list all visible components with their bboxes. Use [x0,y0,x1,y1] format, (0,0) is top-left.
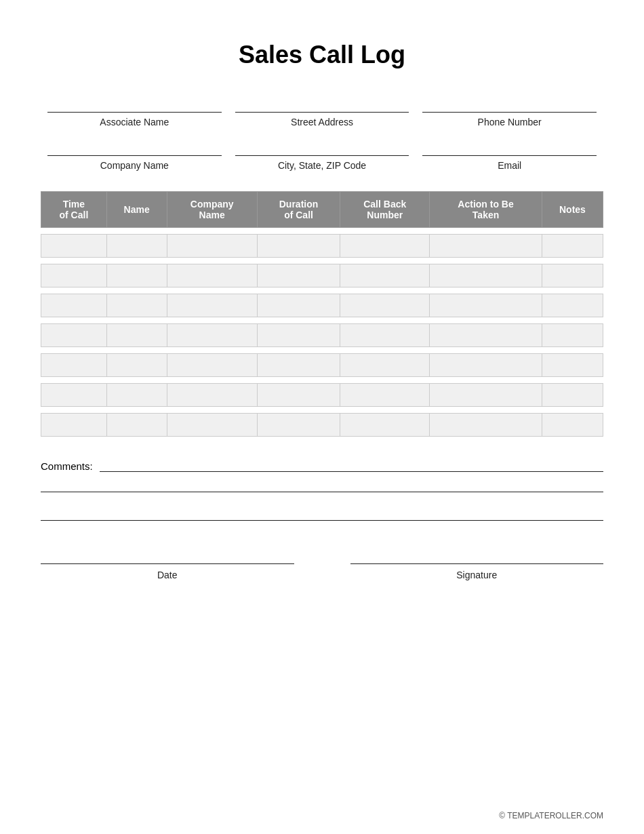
comments-underline [100,457,603,472]
table-cell [106,235,167,258]
date-field: Date [41,548,294,580]
associate-name-label: Associate Name [100,117,169,127]
table-cell [542,264,603,287]
table-row [41,294,603,317]
table-row [41,264,603,287]
log-table: Time of Call Name Company Name Duration … [41,191,603,437]
table-cell [167,354,257,377]
footer-copyright: © TEMPLATEROLLER.COM [499,811,603,820]
table-cell [340,324,430,347]
table-cell [430,324,542,347]
form-row-1: Associate Name Street Address Phone Numb… [41,96,603,127]
phone-number-field: Phone Number [416,96,603,127]
date-line [41,548,294,564]
table-cell [257,324,340,347]
footer: © TEMPLATEROLLER.COM [499,811,603,820]
table-cell [167,294,257,317]
table-cell [167,264,257,287]
associate-name-line [47,96,222,113]
table-cell [41,324,107,347]
table-cell [542,384,603,407]
signature-section: Date Signature [41,548,603,580]
phone-number-line [422,96,597,113]
page: Sales Call Log Associate Name Street Add… [0,0,644,834]
table-cell [430,264,542,287]
table-cell [257,264,340,287]
table-cell [41,354,107,377]
table-cell [340,414,430,437]
table-cell [167,414,257,437]
company-name-line [47,140,222,156]
table-row [41,384,603,407]
table-cell [106,324,167,347]
table-cell [257,235,340,258]
email-label: Email [498,160,521,171]
email-line [422,140,597,156]
table-cell [106,384,167,407]
table-cell [340,384,430,407]
table-cell [41,294,107,317]
extra-line-1 [41,477,603,492]
email-field: Email [416,140,603,171]
col-call-back-number: Call Back Number [340,192,430,228]
table-cell [430,354,542,377]
comments-section: Comments: [41,457,603,521]
table-header-row: Time of Call Name Company Name Duration … [41,192,603,228]
comments-label: Comments: [41,460,93,472]
table-cell [41,384,107,407]
table-cell [41,235,107,258]
table-cell [340,264,430,287]
table-cell [542,324,603,347]
associate-name-field: Associate Name [41,96,228,127]
table-cell [167,235,257,258]
table-cell [340,235,430,258]
company-name-field: Company Name [41,140,228,171]
table-cell [340,294,430,317]
table-cell [542,414,603,437]
col-company-name: Company Name [167,192,257,228]
city-state-zip-label: City, State, ZIP Code [278,160,366,171]
extra-line-2 [41,506,603,521]
table-cell [430,235,542,258]
street-address-line [235,96,409,113]
table-row [41,414,603,437]
table-cell [257,294,340,317]
col-duration-of-call: Duration of Call [257,192,340,228]
table-cell [257,354,340,377]
table-cell [430,294,542,317]
phone-number-label: Phone Number [478,117,542,127]
col-time-of-call: Time of Call [41,192,107,228]
street-address-label: Street Address [291,117,353,127]
table-row [41,354,603,377]
col-notes: Notes [542,192,603,228]
table-cell [167,384,257,407]
table-cell [167,324,257,347]
city-state-zip-line [235,140,409,156]
table-row [41,235,603,258]
table-cell [542,354,603,377]
table-cell [542,235,603,258]
table-cell [106,354,167,377]
table-cell [430,384,542,407]
signature-label: Signature [456,570,497,580]
signature-field: Signature [350,548,604,580]
city-state-zip-field: City, State, ZIP Code [228,140,416,171]
table-cell [41,264,107,287]
table-cell [41,414,107,437]
table-cell [430,414,542,437]
signature-line [350,548,604,564]
company-name-label: Company Name [100,160,169,171]
table-cell [340,354,430,377]
table-cell [106,264,167,287]
date-label: Date [157,570,178,580]
form-row-2: Company Name City, State, ZIP Code Email [41,140,603,171]
table-cell [257,384,340,407]
page-title: Sales Call Log [41,41,603,69]
street-address-field: Street Address [228,96,416,127]
table-cell [542,294,603,317]
col-name: Name [106,192,167,228]
comments-line-row: Comments: [41,457,603,472]
form-section: Associate Name Street Address Phone Numb… [41,96,603,171]
table-row [41,324,603,347]
table-cell [106,294,167,317]
